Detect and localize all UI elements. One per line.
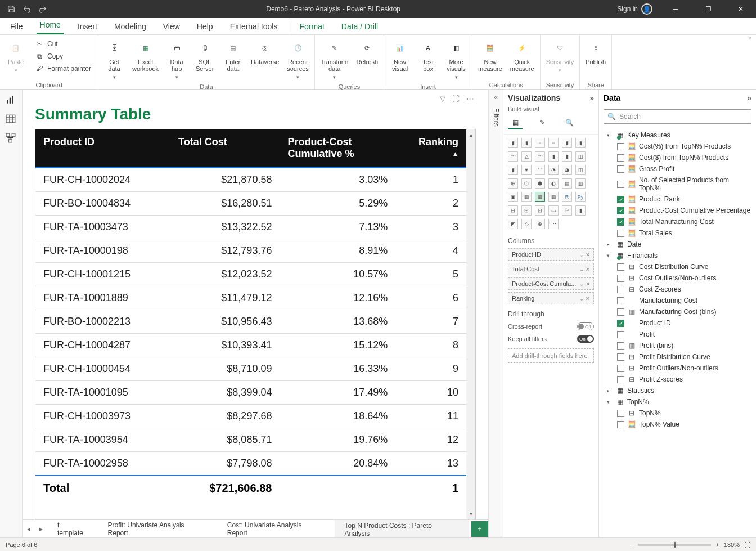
publish-button[interactable]: ⇪Publish: [583, 37, 608, 68]
viz-type-table-icon[interactable]: ▦: [535, 192, 545, 202]
data-view-icon[interactable]: [6, 114, 17, 125]
field-item[interactable]: ✓🧮Total Manufacturing Cost: [601, 216, 754, 227]
enter-data-button[interactable]: ▤Enter data: [220, 37, 245, 74]
collapse-viz-icon[interactable]: »: [590, 93, 594, 102]
field-item[interactable]: 🧮TopN% Value: [601, 419, 754, 430]
field-item[interactable]: 🧮Cost($) from TopN% Products: [601, 152, 754, 163]
field-item[interactable]: Manufacturing Cost: [601, 295, 754, 306]
field-item[interactable]: ✓🧮Product Rank: [601, 194, 754, 205]
minimize-button[interactable]: ─: [663, 0, 688, 18]
sql-server-button[interactable]: 🛢SQL Server: [192, 37, 217, 74]
viz-type-icon[interactable]: ◫: [575, 165, 586, 175]
more-options-icon[interactable]: ⋯: [466, 95, 474, 103]
field-item[interactable]: 🧮No. of Selected Products from TopN%: [601, 174, 754, 194]
table-row[interactable]: FUR-TA-10001889$11,479.1212.16%6: [35, 286, 466, 310]
expand-filters-icon[interactable]: «: [494, 93, 498, 101]
group-key-measures[interactable]: ▾▦Key Measures: [601, 129, 754, 141]
field-item[interactable]: ✓Product ID: [601, 317, 754, 329]
tab-view[interactable]: View: [160, 19, 183, 34]
well-ctrls[interactable]: ⌄ ✕: [579, 281, 590, 287]
viz-type-icon[interactable]: ▮: [508, 165, 518, 175]
format-painter-button[interactable]: 🖌Format painter: [34, 63, 92, 74]
page-tab-3[interactable]: Cost: Univariate Analysis Report: [217, 520, 335, 537]
viz-type-icon[interactable]: ∷: [535, 165, 545, 175]
field-item[interactable]: 🧮Total Sales: [601, 227, 754, 239]
table-row[interactable]: FUR-BO-10004834$16,280.515.29%2: [35, 192, 466, 216]
new-measure-button[interactable]: 🧮New measure: [476, 37, 505, 74]
field-item[interactable]: ⊟Cost Z-scores: [601, 284, 754, 295]
viz-type-icon[interactable]: ▮: [521, 138, 532, 148]
well-ctrls[interactable]: ⌄ ✕: [579, 266, 590, 272]
field-item[interactable]: ▥Manufacturing Cost (bins): [601, 306, 754, 317]
viz-type-icon[interactable]: 〰: [535, 151, 545, 162]
text-box-button[interactable]: AText box: [416, 37, 440, 74]
table-scrollbar[interactable]: ▴ ▾: [466, 129, 475, 519]
viz-type-icon[interactable]: ≡: [535, 138, 545, 148]
table-row[interactable]: FUR-CH-10001215$12,023.5210.57%5: [35, 263, 466, 286]
viz-type-icon[interactable]: ▮: [548, 151, 559, 162]
more-visuals-button[interactable]: ◧More visuals: [444, 37, 469, 82]
field-item[interactable]: ⊟Profit Outliers/Non-outliers: [601, 362, 754, 374]
copy-button[interactable]: ⧉Copy: [34, 51, 92, 62]
viz-type-icon[interactable]: ⬡: [521, 178, 532, 189]
viz-type-icon[interactable]: ▼: [521, 165, 532, 175]
build-tab-icon[interactable]: ▦: [508, 117, 523, 129]
table-row[interactable]: FUR-TA-10003954$8,085.7119.76%12: [35, 428, 466, 452]
refresh-button[interactable]: ⟳Refresh: [354, 37, 381, 68]
report-view-icon[interactable]: [6, 95, 17, 106]
field-item[interactable]: ✓🧮Product-Cost Cumulative Percentage: [601, 205, 754, 216]
new-visual-button[interactable]: 📊New visual: [388, 37, 412, 74]
cut-button[interactable]: ✂Cut: [34, 38, 92, 50]
viz-type-icon[interactable]: ▮: [508, 138, 518, 148]
viz-type-icon[interactable]: ▣: [508, 192, 518, 202]
page-tab-4[interactable]: Top N Product Costs : Pareto Analysis: [335, 520, 469, 537]
format-tab-icon[interactable]: ✎: [535, 117, 550, 129]
page-prev-icon[interactable]: ◂: [22, 525, 35, 533]
tab-format[interactable]: Format: [291, 19, 327, 34]
cross-report-toggle[interactable]: [577, 322, 594, 330]
table-row[interactable]: FUR-TA-10002958$7,798.0820.84%13: [35, 452, 466, 476]
viz-type-icon[interactable]: ▮: [562, 138, 572, 148]
dataverse-button[interactable]: ◎Dataverse: [249, 37, 281, 68]
viz-type-icon[interactable]: ▮: [575, 205, 586, 216]
field-item[interactable]: ⊟Profit Distribution Curve: [601, 351, 754, 362]
redo-icon[interactable]: [36, 2, 50, 16]
table-row[interactable]: FUR-TA-10000198$12,793.768.91%4: [35, 239, 466, 263]
table-visual[interactable]: Product ID Total Cost Product-Cost Cumul…: [35, 129, 476, 519]
excel-workbook-button[interactable]: ▦Excel workbook: [130, 37, 161, 74]
recent-sources-button[interactable]: 🕓Recent sources: [285, 37, 311, 82]
table-row[interactable]: FUR-BO-10002213$10,956.4313.68%7: [35, 310, 466, 334]
data-search-input[interactable]: 🔍 Search: [604, 109, 752, 124]
table-row[interactable]: FUR-TA-10001095$8,399.0417.49%10: [35, 381, 466, 405]
fit-page-icon[interactable]: ⛶: [744, 541, 750, 548]
model-view-icon[interactable]: [6, 133, 17, 144]
field-well-cumulative[interactable]: Product-Cost Cumula...⌄ ✕: [508, 277, 594, 290]
keep-filters-toggle[interactable]: [577, 335, 594, 343]
field-well-ranking[interactable]: Ranking⌄ ✕: [508, 292, 594, 304]
col-header-ranking[interactable]: Ranking▲: [395, 129, 466, 168]
undo-icon[interactable]: [20, 2, 34, 16]
field-item[interactable]: ⊟TopN%: [601, 407, 754, 419]
viz-type-icon[interactable]: ⊡: [535, 205, 545, 216]
field-item[interactable]: 🧮Gross Profit: [601, 163, 754, 174]
get-data-button[interactable]: 🗄Get data: [102, 37, 127, 82]
zoom-in-icon[interactable]: +: [716, 541, 719, 548]
page-tab-1[interactable]: t template: [47, 520, 98, 537]
table-row[interactable]: FUR-CH-10000454$8,710.0916.33%9: [35, 357, 466, 381]
col-header-cumulative-pct[interactable]: Product-Cost Cumulative %: [280, 129, 395, 168]
viz-type-icon[interactable]: ⊕: [508, 178, 518, 189]
zoom-out-icon[interactable]: −: [630, 541, 633, 548]
field-item[interactable]: 🧮Cost(%) from TopN% Products: [601, 141, 754, 152]
tab-modeling[interactable]: Modeling: [111, 19, 150, 34]
viz-type-icon[interactable]: ▥: [575, 178, 586, 189]
field-well-product-id[interactable]: Product ID⌄ ✕: [508, 248, 594, 261]
viz-type-icon[interactable]: ⊞: [521, 205, 532, 216]
page-tab-2[interactable]: Profit: Univariate Analysis Report: [98, 520, 217, 537]
tab-home[interactable]: Home: [37, 17, 64, 34]
close-button[interactable]: ✕: [728, 0, 754, 18]
signin-button[interactable]: Sign in 👤: [617, 3, 656, 15]
focus-mode-icon[interactable]: ⛶: [452, 95, 460, 103]
viz-type-icon[interactable]: △: [521, 151, 532, 162]
transform-data-button[interactable]: ✎Transform data: [318, 37, 351, 82]
scroll-up-icon[interactable]: ▴: [470, 132, 472, 138]
